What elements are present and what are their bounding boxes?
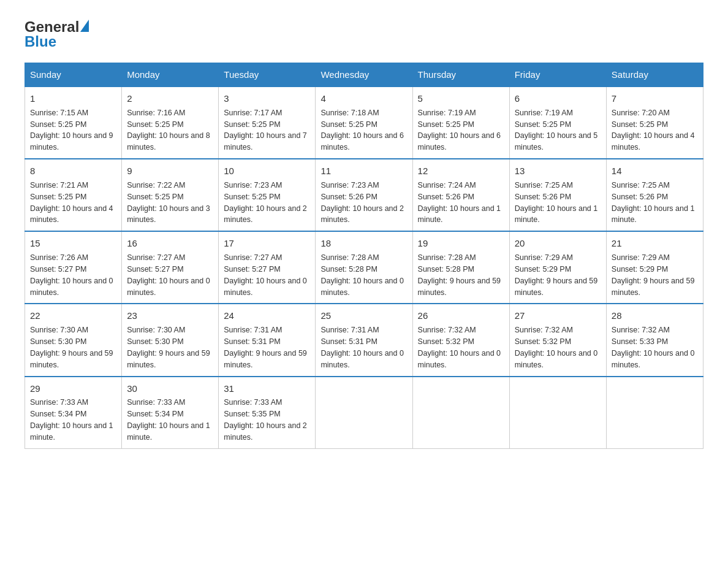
- day-info: Sunrise: 7:30 AMSunset: 5:30 PMDaylight:…: [127, 326, 210, 369]
- calendar-cell: [412, 377, 509, 449]
- calendar-cell: 7Sunrise: 7:20 AMSunset: 5:25 PMDaylight…: [606, 86, 703, 159]
- calendar-cell: [606, 377, 703, 449]
- calendar-cell: 6Sunrise: 7:19 AMSunset: 5:25 PMDaylight…: [509, 86, 606, 159]
- calendar-cell: 21Sunrise: 7:29 AMSunset: 5:29 PMDayligh…: [606, 231, 703, 304]
- calendar-cell: 20Sunrise: 7:29 AMSunset: 5:29 PMDayligh…: [509, 231, 606, 304]
- col-header-wednesday: Wednesday: [316, 63, 412, 87]
- page-header: General Blue: [25, 18, 703, 50]
- day-info: Sunrise: 7:28 AMSunset: 5:28 PMDaylight:…: [418, 253, 501, 297]
- calendar-cell: 4Sunrise: 7:18 AMSunset: 5:25 PMDaylight…: [316, 86, 412, 159]
- day-number: 4: [320, 92, 407, 105]
- calendar-cell: 29Sunrise: 7:33 AMSunset: 5:34 PMDayligh…: [25, 377, 122, 449]
- calendar-cell: 31Sunrise: 7:33 AMSunset: 5:35 PMDayligh…: [219, 377, 316, 449]
- day-number: 26: [418, 309, 504, 323]
- day-number: 28: [612, 309, 698, 323]
- day-info: Sunrise: 7:27 AMSunset: 5:27 PMDaylight:…: [127, 253, 210, 297]
- calendar-cell: 11Sunrise: 7:23 AMSunset: 5:26 PMDayligh…: [316, 159, 412, 231]
- day-info: Sunrise: 7:25 AMSunset: 5:26 PMDaylight:…: [515, 181, 598, 224]
- calendar-cell: 26Sunrise: 7:32 AMSunset: 5:32 PMDayligh…: [412, 304, 509, 376]
- calendar-cell: 16Sunrise: 7:27 AMSunset: 5:27 PMDayligh…: [122, 231, 219, 304]
- calendar-cell: 24Sunrise: 7:31 AMSunset: 5:31 PMDayligh…: [219, 304, 316, 376]
- calendar-cell: 8Sunrise: 7:21 AMSunset: 5:25 PMDaylight…: [25, 159, 122, 231]
- day-number: 27: [515, 309, 601, 323]
- calendar-cell: [316, 377, 412, 449]
- calendar-cell: 22Sunrise: 7:30 AMSunset: 5:30 PMDayligh…: [25, 304, 122, 376]
- day-number: 9: [127, 164, 213, 178]
- day-info: Sunrise: 7:24 AMSunset: 5:26 PMDaylight:…: [418, 181, 501, 224]
- calendar-cell: 14Sunrise: 7:25 AMSunset: 5:26 PMDayligh…: [606, 159, 703, 231]
- day-number: 24: [224, 309, 310, 323]
- calendar-cell: 17Sunrise: 7:27 AMSunset: 5:27 PMDayligh…: [219, 231, 316, 304]
- day-info: Sunrise: 7:32 AMSunset: 5:33 PMDaylight:…: [612, 326, 695, 369]
- day-info: Sunrise: 7:28 AMSunset: 5:28 PMDaylight:…: [320, 253, 404, 297]
- day-number: 12: [418, 164, 504, 178]
- week-row-3: 15Sunrise: 7:26 AMSunset: 5:27 PMDayligh…: [25, 231, 703, 304]
- day-info: Sunrise: 7:23 AMSunset: 5:26 PMDaylight:…: [320, 181, 404, 224]
- day-number: 11: [320, 164, 407, 178]
- day-info: Sunrise: 7:31 AMSunset: 5:31 PMDaylight:…: [320, 326, 404, 369]
- day-info: Sunrise: 7:15 AMSunset: 5:25 PMDaylight:…: [30, 109, 113, 152]
- calendar-cell: 19Sunrise: 7:28 AMSunset: 5:28 PMDayligh…: [412, 231, 509, 304]
- week-row-2: 8Sunrise: 7:21 AMSunset: 5:25 PMDaylight…: [25, 159, 703, 231]
- day-info: Sunrise: 7:20 AMSunset: 5:25 PMDaylight:…: [612, 109, 695, 152]
- day-number: 5: [418, 92, 504, 105]
- day-info: Sunrise: 7:19 AMSunset: 5:25 PMDaylight:…: [418, 109, 501, 152]
- calendar-cell: 15Sunrise: 7:26 AMSunset: 5:27 PMDayligh…: [25, 231, 122, 304]
- day-info: Sunrise: 7:33 AMSunset: 5:34 PMDaylight:…: [127, 398, 210, 442]
- col-header-sunday: Sunday: [25, 63, 122, 87]
- day-number: 22: [30, 309, 116, 323]
- col-header-friday: Friday: [509, 63, 606, 87]
- day-info: Sunrise: 7:22 AMSunset: 5:25 PMDaylight:…: [127, 181, 210, 224]
- day-info: Sunrise: 7:29 AMSunset: 5:29 PMDaylight:…: [612, 253, 695, 297]
- calendar-cell: 5Sunrise: 7:19 AMSunset: 5:25 PMDaylight…: [412, 86, 509, 159]
- day-info: Sunrise: 7:21 AMSunset: 5:25 PMDaylight:…: [30, 181, 113, 224]
- calendar-header: SundayMondayTuesdayWednesdayThursdayFrid…: [25, 63, 703, 87]
- col-header-monday: Monday: [122, 63, 219, 87]
- day-number: 29: [30, 382, 116, 396]
- calendar-cell: 1Sunrise: 7:15 AMSunset: 5:25 PMDaylight…: [25, 86, 122, 159]
- calendar-cell: 2Sunrise: 7:16 AMSunset: 5:25 PMDaylight…: [122, 86, 219, 159]
- day-number: 16: [127, 237, 213, 250]
- day-number: 21: [612, 237, 698, 250]
- day-number: 30: [127, 382, 213, 396]
- col-header-saturday: Saturday: [606, 63, 703, 87]
- day-info: Sunrise: 7:33 AMSunset: 5:34 PMDaylight:…: [30, 398, 113, 442]
- day-number: 23: [127, 309, 213, 323]
- calendar-cell: 28Sunrise: 7:32 AMSunset: 5:33 PMDayligh…: [606, 304, 703, 376]
- day-number: 6: [515, 92, 601, 105]
- calendar-cell: 10Sunrise: 7:23 AMSunset: 5:25 PMDayligh…: [219, 159, 316, 231]
- day-info: Sunrise: 7:32 AMSunset: 5:32 PMDaylight:…: [418, 326, 501, 369]
- day-number: 8: [30, 164, 116, 178]
- day-info: Sunrise: 7:32 AMSunset: 5:32 PMDaylight:…: [515, 326, 598, 369]
- calendar-cell: 25Sunrise: 7:31 AMSunset: 5:31 PMDayligh…: [316, 304, 412, 376]
- calendar-cell: 9Sunrise: 7:22 AMSunset: 5:25 PMDaylight…: [122, 159, 219, 231]
- day-info: Sunrise: 7:26 AMSunset: 5:27 PMDaylight:…: [30, 253, 113, 297]
- col-header-thursday: Thursday: [412, 63, 509, 87]
- day-info: Sunrise: 7:27 AMSunset: 5:27 PMDaylight:…: [224, 253, 307, 297]
- day-number: 7: [612, 92, 698, 105]
- day-number: 19: [418, 237, 504, 250]
- day-number: 14: [612, 164, 698, 178]
- col-header-tuesday: Tuesday: [219, 63, 316, 87]
- day-number: 13: [515, 164, 601, 178]
- day-number: 25: [320, 309, 407, 323]
- day-number: 17: [224, 237, 310, 250]
- logo: General Blue: [25, 18, 89, 50]
- day-number: 31: [224, 382, 310, 396]
- calendar-cell: 18Sunrise: 7:28 AMSunset: 5:28 PMDayligh…: [316, 231, 412, 304]
- day-number: 2: [127, 92, 213, 105]
- logo-triangle-icon: [80, 20, 89, 32]
- week-row-1: 1Sunrise: 7:15 AMSunset: 5:25 PMDaylight…: [25, 86, 703, 159]
- day-info: Sunrise: 7:25 AMSunset: 5:26 PMDaylight:…: [612, 181, 695, 224]
- calendar-cell: 3Sunrise: 7:17 AMSunset: 5:25 PMDaylight…: [219, 86, 316, 159]
- day-info: Sunrise: 7:18 AMSunset: 5:25 PMDaylight:…: [320, 109, 404, 152]
- calendar-body: 1Sunrise: 7:15 AMSunset: 5:25 PMDaylight…: [25, 86, 703, 448]
- day-info: Sunrise: 7:19 AMSunset: 5:25 PMDaylight:…: [515, 109, 598, 152]
- calendar-cell: 23Sunrise: 7:30 AMSunset: 5:30 PMDayligh…: [122, 304, 219, 376]
- day-number: 15: [30, 237, 116, 250]
- day-number: 10: [224, 164, 310, 178]
- day-info: Sunrise: 7:16 AMSunset: 5:25 PMDaylight:…: [127, 109, 210, 152]
- calendar-cell: 27Sunrise: 7:32 AMSunset: 5:32 PMDayligh…: [509, 304, 606, 376]
- week-row-5: 29Sunrise: 7:33 AMSunset: 5:34 PMDayligh…: [25, 377, 703, 449]
- day-info: Sunrise: 7:17 AMSunset: 5:25 PMDaylight:…: [224, 109, 307, 152]
